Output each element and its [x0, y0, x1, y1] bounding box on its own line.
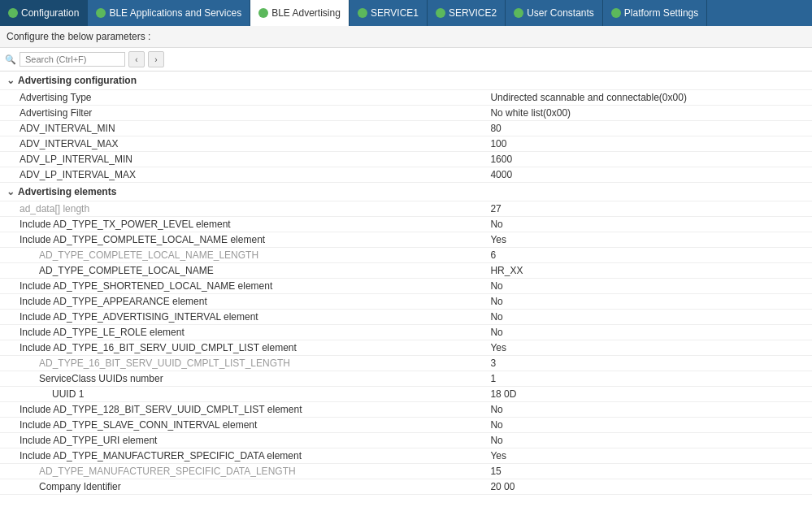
row-label-1-6: Include AD_TYPE_APPEARANCE element	[0, 294, 487, 310]
tab-configuration[interactable]: Configuration	[0, 0, 88, 26]
table-row: ADV_LP_INTERVAL_MIN1600	[0, 152, 812, 167]
table-row: Advertising TypeUndirected scannable and…	[0, 90, 812, 106]
table-row: AD_TYPE_16_BIT_SERV_UUID_CMPLT_LIST_LENG…	[0, 356, 812, 371]
table-row: ADV_LP_INTERVAL_MAX4000	[0, 167, 812, 183]
row-label-1-4: AD_TYPE_COMPLETE_LOCAL_NAME	[0, 263, 487, 279]
table-row: Include AD_TYPE_SLAVE_CONN_INTERVAL elem…	[0, 418, 812, 433]
row-label-1-1: Include AD_TYPE_TX_POWER_LEVEL element	[0, 217, 487, 232]
table-row: AD_TYPE_MANUFACTURER_SPECIFIC_DATA_LENGT…	[0, 464, 812, 479]
table-row: ad_data[] length27	[0, 202, 812, 217]
row-label-1-13: Include AD_TYPE_128_BIT_SERV_UUID_CMPLT_…	[0, 402, 487, 418]
row-value-1-14: No	[487, 418, 812, 433]
tab-user-constants[interactable]: User Constants	[506, 0, 603, 26]
row-value-1-1: No	[487, 217, 812, 232]
tab-label-2: BLE Advertising	[271, 7, 341, 19]
tab-icon-0	[8, 8, 18, 18]
section-header-0[interactable]: ⌄Advertising configuration	[0, 72, 812, 90]
table-row: ServiceClass UUIDs number1	[0, 371, 812, 387]
tab-icon-5	[514, 8, 523, 18]
content-area: ⌄Advertising configurationAdvertising Ty…	[0, 72, 812, 517]
table-row: ADV_INTERVAL_MAX100	[0, 136, 812, 152]
row-value-1-17: 15	[487, 464, 812, 479]
section-header-1[interactable]: ⌄Advertising elements	[0, 183, 812, 202]
row-label-1-3: AD_TYPE_COMPLETE_LOCAL_NAME_LENGTH	[0, 248, 487, 263]
row-label-1-12: UUID 1	[0, 387, 487, 402]
row-value-1-11: 1	[487, 371, 812, 387]
table-row: Company Identifier20 00	[0, 479, 812, 495]
row-label-1-9: Include AD_TYPE_16_BIT_SERV_UUID_CMPLT_L…	[0, 340, 487, 356]
row-value-0-4: 1600	[487, 152, 812, 167]
search-input[interactable]	[20, 52, 125, 67]
row-label-0-0: Advertising Type	[0, 90, 487, 106]
row-value-1-2: Yes	[487, 232, 812, 248]
section-label-0: Advertising configuration	[18, 75, 137, 86]
table-row: ADV_INTERVAL_MIN80	[0, 121, 812, 136]
table-row: Include AD_TYPE_128_BIT_SERV_UUID_CMPLT_…	[0, 402, 812, 418]
row-label-1-7: Include AD_TYPE_ADVERTISING_INTERVAL ele…	[0, 310, 487, 325]
row-label-1-10: AD_TYPE_16_BIT_SERV_UUID_CMPLT_LIST_LENG…	[0, 356, 487, 371]
table-row: Include AD_TYPE_URI elementNo	[0, 433, 812, 448]
section-toggle-1[interactable]: ⌄	[7, 186, 15, 197]
row-value-1-15: No	[487, 433, 812, 448]
row-label-1-16: Include AD_TYPE_MANUFACTURER_SPECIFIC_DA…	[0, 448, 487, 464]
section-label-1: Advertising elements	[18, 186, 116, 197]
row-label-0-4: ADV_LP_INTERVAL_MIN	[0, 152, 487, 167]
tab-icon-1	[96, 8, 106, 18]
row-label-1-2: Include AD_TYPE_COMPLETE_LOCAL_NAME elem…	[0, 232, 487, 248]
table-row: AD_TYPE_COMPLETE_LOCAL_NAME_LENGTH6	[0, 248, 812, 263]
row-value-1-4: HR_XX	[487, 263, 812, 279]
table-row: Include AD_TYPE_ADVERTISING_INTERVAL ele…	[0, 310, 812, 325]
row-label-1-8: Include AD_TYPE_LE_ROLE element	[0, 325, 487, 340]
row-value-1-16: Yes	[487, 448, 812, 464]
row-label-0-3: ADV_INTERVAL_MAX	[0, 136, 487, 152]
table-row: Include AD_TYPE_APPEARANCE elementNo	[0, 294, 812, 310]
tab-label-3: SERVICE1	[371, 7, 419, 19]
tab-icon-6	[611, 8, 621, 18]
table-row: UUID 118 0D	[0, 387, 812, 402]
tab-service2[interactable]: SERVICE2	[428, 0, 506, 26]
tab-service1[interactable]: SERVICE1	[350, 0, 428, 26]
row-label-1-15: Include AD_TYPE_URI element	[0, 433, 487, 448]
row-label-0-1: Advertising Filter	[0, 106, 487, 121]
search-bar: 🔍 ‹ ›	[0, 48, 812, 72]
tab-icon-4	[436, 8, 445, 18]
table-row: Advertising FilterNo white list(0x00)	[0, 106, 812, 121]
row-value-0-3: 100	[487, 136, 812, 152]
row-value-1-3: 6	[487, 248, 812, 263]
row-label-1-0: ad_data[] length	[0, 202, 487, 217]
table-row: Include AD_TYPE_SHORTENED_LOCAL_NAME ele…	[0, 279, 812, 294]
row-label-1-18: Company Identifier	[0, 479, 487, 495]
sub-header: Configure the below parameters :	[0, 26, 812, 48]
table-row: Include AD_TYPE_16_BIT_SERV_UUID_CMPLT_L…	[0, 340, 812, 356]
nav-next-button[interactable]: ›	[148, 51, 164, 67]
tab-label-4: SERVICE2	[449, 7, 497, 19]
row-value-1-8: No	[487, 325, 812, 340]
row-label-0-5: ADV_LP_INTERVAL_MAX	[0, 167, 487, 183]
row-value-1-9: Yes	[487, 340, 812, 356]
tab-ble-advertising[interactable]: BLE Advertising	[250, 0, 350, 26]
tab-ble-applications-and-services[interactable]: BLE Applications and Services	[88, 0, 250, 26]
row-label-1-14: Include AD_TYPE_SLAVE_CONN_INTERVAL elem…	[0, 418, 487, 433]
row-label-1-11: ServiceClass UUIDs number	[0, 371, 487, 387]
table-row: Include AD_TYPE_LE_ROLE elementNo	[0, 325, 812, 340]
row-value-1-10: 3	[487, 356, 812, 371]
row-label-0-2: ADV_INTERVAL_MIN	[0, 121, 487, 136]
tab-platform-settings[interactable]: Platform Settings	[603, 0, 707, 26]
row-value-0-0: Undirected scannable and connectable(0x0…	[487, 90, 812, 106]
section-toggle-0[interactable]: ⌄	[7, 75, 15, 86]
row-value-1-13: No	[487, 402, 812, 418]
row-label-1-17: AD_TYPE_MANUFACTURER_SPECIFIC_DATA_LENGT…	[0, 464, 487, 479]
tab-label-0: Configuration	[21, 7, 79, 19]
tab-label-1: BLE Applications and Services	[109, 7, 241, 19]
row-value-1-7: No	[487, 310, 812, 325]
row-value-1-6: No	[487, 294, 812, 310]
row-value-1-18: 20 00	[487, 479, 812, 495]
row-value-0-5: 4000	[487, 167, 812, 183]
table-row: Include AD_TYPE_TX_POWER_LEVEL elementNo	[0, 217, 812, 232]
nav-prev-button[interactable]: ‹	[128, 51, 145, 67]
tab-label-5: User Constants	[527, 7, 594, 19]
search-icon: 🔍	[5, 54, 16, 65]
table-row: Include AD_TYPE_COMPLETE_LOCAL_NAME elem…	[0, 232, 812, 248]
row-value-1-0: 27	[487, 202, 812, 217]
tab-icon-2	[258, 8, 268, 18]
